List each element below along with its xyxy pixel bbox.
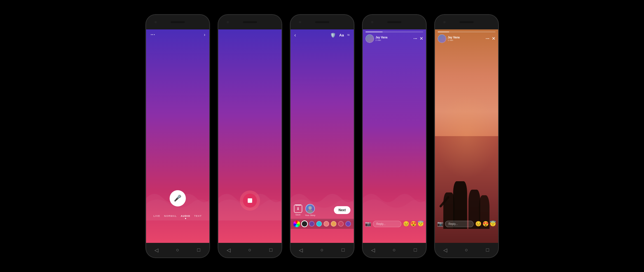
stop-icon — [248, 198, 252, 203]
color-red[interactable] — [338, 221, 344, 227]
photo-content — [435, 29, 498, 243]
reply-input-4[interactable]: Reply... — [373, 221, 401, 227]
color-teal[interactable] — [316, 221, 322, 227]
nav-back-4[interactable]: ◁ — [369, 246, 377, 254]
phone-1-header: ⋮ › — [146, 32, 209, 38]
story-user-row: Jay Vana 2 min ⋮ ✕ — [366, 34, 423, 43]
style-icon[interactable]: 🛡️ — [330, 32, 336, 38]
story-close-icon[interactable]: ✕ — [420, 36, 423, 41]
story-username-5: Jay Vana — [448, 36, 460, 39]
phone-3: ‹ 🛡️ Aa ≈ ⬇ — [290, 14, 354, 258]
camera-icon-4[interactable]: 📷 — [365, 221, 371, 227]
emoji-2[interactable]: 😍 — [410, 221, 416, 227]
mode-normal[interactable]: NORMAL — [164, 215, 177, 219]
phone-4-bottom: ◁ ○ □ — [363, 243, 426, 257]
forward-icon[interactable]: › — [204, 32, 205, 37]
nav-home-2[interactable]: ○ — [245, 246, 254, 254]
story-username-4: Jay Vana — [376, 36, 388, 39]
phone-3-camera — [299, 21, 301, 23]
phone-1: ⋮ › 🎤 LIVE NORMAL AUDIO — [146, 14, 210, 258]
phone-5: Jay Vana 1 min ⋮ ✕ 📷 Reply... 😊 😍 — [434, 14, 499, 258]
story-progress-fill-5 — [438, 32, 449, 32]
text-icon[interactable]: Aa — [339, 33, 344, 37]
phone-2-bottom: ◁ ○ □ — [218, 243, 282, 257]
nav-back-2[interactable]: ◁ — [224, 246, 233, 254]
next-button[interactable]: Next — [334, 206, 350, 214]
save-button[interactable]: ⬇ Save — [294, 204, 302, 216]
phone-5-top — [435, 15, 498, 29]
nav-back[interactable]: ◁ — [152, 246, 161, 254]
phone-5-screen: Jay Vana 1 min ⋮ ✕ 📷 Reply... 😊 😍 — [435, 29, 498, 243]
phone-3-screen: ‹ 🛡️ Aa ≈ ⬇ — [291, 29, 354, 243]
phone-4-camera — [371, 21, 373, 23]
phone-1-bottom: ◁ ○ □ — [146, 243, 209, 257]
color-purple[interactable] — [309, 221, 315, 227]
phone-2-screen — [218, 29, 282, 243]
color-violet[interactable] — [345, 221, 351, 227]
mode-text[interactable]: TEXT — [194, 215, 202, 219]
color-picker — [291, 219, 354, 229]
story-close-icon-5[interactable]: ✕ — [492, 36, 495, 41]
mic-button[interactable]: 🎤 — [170, 190, 186, 206]
phone-4-speaker — [387, 21, 401, 23]
story-toolbar: ⬇ Save Your Story — [291, 204, 354, 229]
nav-home-4[interactable]: ○ — [390, 246, 398, 254]
nav-home-5[interactable]: ○ — [462, 246, 470, 254]
color-pink[interactable] — [324, 221, 329, 227]
nav-recent-5[interactable]: □ — [483, 246, 492, 254]
story-progress-fill — [366, 32, 383, 32]
camera-icon-5[interactable]: 📷 — [437, 221, 443, 227]
story-user-row-5: Jay Vana 1 min ⋮ ✕ — [438, 34, 495, 43]
nav-recent-3[interactable]: □ — [339, 246, 347, 254]
story-user-info-5: Jay Vana 1 min — [438, 34, 460, 43]
color-orange[interactable] — [331, 221, 336, 227]
phone-4-screen: Jay Vana 2 min ⋮ ✕ 📷 Reply.. — [363, 29, 426, 243]
story-header-icons-4: ⋮ ✕ — [413, 36, 423, 41]
phone-1-speaker — [171, 21, 185, 23]
brush-icon[interactable]: ≈ — [347, 32, 350, 38]
phone-3-speaker — [315, 21, 329, 23]
nav-recent-4[interactable]: □ — [411, 246, 420, 254]
mode-live[interactable]: LIVE — [153, 215, 160, 219]
phone-1-camera — [154, 21, 157, 23]
emoji-3[interactable]: 😇 — [418, 221, 424, 227]
story-avatar-4 — [366, 34, 374, 43]
phone-5-speaker — [460, 21, 474, 23]
save-label: Save — [295, 213, 300, 216]
mic-icon: 🎤 — [174, 195, 181, 202]
story-menu-icon[interactable]: ⋮ — [413, 36, 417, 41]
menu-icon[interactable]: ⋮ — [150, 32, 155, 37]
story-time-4: 2 min — [376, 39, 388, 41]
nav-home-3[interactable]: ○ — [318, 246, 326, 254]
emoji-1[interactable]: 😊 — [403, 221, 409, 227]
phone-5-bottom: ◁ ○ □ — [435, 243, 498, 257]
nav-home[interactable]: ○ — [173, 246, 182, 254]
story-user-text: Jay Vana 2 min — [376, 36, 388, 41]
phone-1-screen: ⋮ › 🎤 LIVE NORMAL AUDIO — [146, 29, 209, 243]
nav-recent[interactable]: □ — [195, 246, 203, 254]
save-icon: ⬇ — [294, 204, 302, 213]
mode-audio[interactable]: AUDIO — [181, 215, 190, 219]
color-wheel-icon[interactable] — [293, 220, 300, 227]
reply-bar-4: 📷 Reply... 😊 😍 😇 — [363, 219, 426, 229]
nav-recent-2[interactable]: □ — [267, 246, 275, 254]
phone-3-bottom: ◁ ○ □ — [291, 243, 354, 257]
phone-2: ◁ ○ □ — [218, 14, 282, 258]
phone-2-speaker — [243, 21, 257, 23]
story-menu-icon-5[interactable]: ⋮ — [485, 36, 490, 41]
svg-point-1 — [307, 210, 313, 213]
header-right-icons: 🛡️ Aa ≈ — [330, 32, 350, 38]
emoji-5-1[interactable]: 😊 — [475, 221, 481, 227]
your-story-button[interactable]: Your Story — [305, 204, 315, 217]
record-button[interactable] — [240, 190, 260, 211]
your-story-avatar — [305, 204, 315, 213]
color-black[interactable] — [301, 220, 308, 227]
nav-back-3[interactable]: ◁ — [297, 246, 305, 254]
svg-point-0 — [308, 206, 312, 210]
emoji-5-2[interactable]: 😍 — [483, 221, 489, 227]
reply-input-5[interactable]: Reply... — [445, 221, 474, 227]
nav-back-5[interactable]: ◁ — [441, 246, 449, 254]
emoji-5-3[interactable]: 😇 — [490, 221, 496, 227]
back-button[interactable]: ‹ — [294, 32, 296, 38]
story-progress-bar — [366, 32, 423, 32]
